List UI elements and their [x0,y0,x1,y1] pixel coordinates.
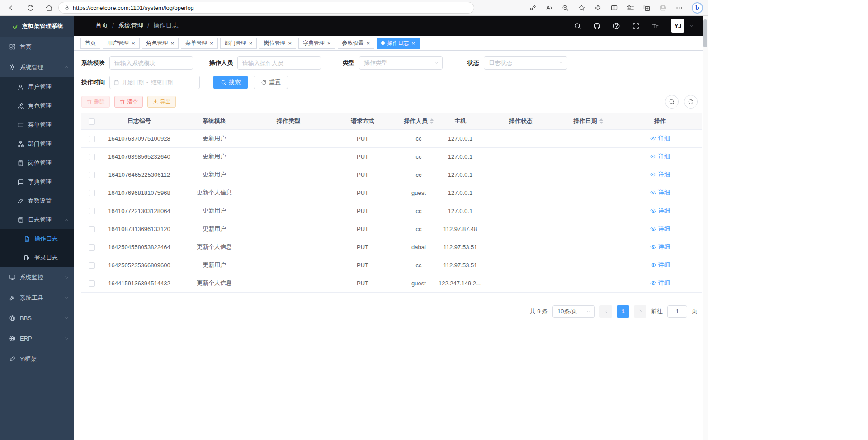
close-tab-icon[interactable]: × [327,40,331,46]
tab-home[interactable]: 首页 [80,38,100,49]
sidebar-item-bbs[interactable]: BBS [0,308,74,328]
search-button[interactable]: 搜索 [213,76,248,89]
tab-dict-management[interactable]: 字典管理× [298,38,335,49]
close-tab-icon[interactable]: × [411,40,415,46]
clear-button[interactable]: 清空 [114,96,143,108]
tab-role-management[interactable]: 角色管理× [142,38,179,49]
close-tab-icon[interactable]: × [132,40,135,46]
column-header-operator[interactable]: 操作人员 [401,113,437,129]
detail-link[interactable]: 详细 [650,170,670,179]
settings-more-icon[interactable] [675,4,683,12]
favorites-bar-icon[interactable] [627,4,634,12]
detail-link[interactable]: 详细 [650,207,670,215]
row-checkbox[interactable] [89,244,95,251]
sidebar-item-erp[interactable]: ERP [0,328,74,349]
detail-link[interactable]: 详细 [650,261,670,269]
font-size-icon[interactable] [651,22,659,30]
zoom-out-icon[interactable] [561,4,569,12]
hamburger-icon[interactable] [80,22,88,30]
detail-link[interactable]: 详细 [650,279,670,287]
row-checkbox[interactable] [89,172,95,178]
row-checkbox[interactable] [89,226,95,232]
sidebar-item-log-management[interactable]: 日志管理 [0,210,74,229]
fullscreen-icon[interactable] [632,22,640,30]
close-tab-icon[interactable]: × [367,40,370,46]
row-checkbox[interactable] [89,190,95,196]
sidebar-item-system-tools[interactable]: 系统工具 [0,288,74,308]
tab-param-settings[interactable]: 参数设置× [338,38,375,49]
goto-page-input[interactable] [667,305,687,318]
refresh-table-button[interactable] [684,95,698,109]
row-checkbox[interactable] [89,154,95,160]
user-avatar[interactable]: YJ [671,19,684,33]
type-select[interactable]: 操作类型 [359,56,443,70]
detail-link[interactable]: 详细 [650,225,670,233]
home-icon[interactable] [45,4,53,12]
page-1-button[interactable]: 1 [617,305,629,318]
breadcrumb-item[interactable]: 首页 [95,22,108,30]
status-select[interactable]: 日志状态 [484,56,567,70]
delete-button[interactable]: 删除 [81,96,110,108]
close-tab-icon[interactable]: × [288,40,292,46]
tab-user-management[interactable]: 用户管理× [103,38,140,49]
split-screen-icon[interactable] [610,4,618,12]
address-bar[interactable]: https://ccnetcore.com:1101/system/log/op… [58,2,474,14]
module-input[interactable] [109,56,193,70]
sidebar-item-system-management[interactable]: 系统管理 [0,57,74,77]
scrollbar-thumb[interactable] [703,19,707,47]
prev-page-button[interactable] [599,305,612,318]
row-checkbox[interactable] [89,136,95,142]
date-range-picker[interactable]: 开始日期 - 结束日期 [109,76,200,89]
github-icon[interactable] [593,22,601,30]
sort-icon[interactable] [599,118,603,124]
detail-link[interactable]: 详细 [650,243,670,251]
reset-button[interactable]: 重置 [254,76,288,89]
row-checkbox[interactable] [89,280,95,287]
sidebar-item-user-management[interactable]: 用户管理 [0,77,74,96]
sidebar-item-menu-management[interactable]: 菜单管理 [0,115,74,134]
toggle-search-button[interactable] [665,95,679,109]
detail-link[interactable]: 详细 [650,189,670,197]
bing-copilot-icon[interactable]: b [692,2,703,14]
sidebar-item-role-management[interactable]: 角色管理 [0,96,74,115]
close-tab-icon[interactable]: × [210,40,213,46]
close-tab-icon[interactable]: × [249,40,253,46]
browser-profile-icon[interactable] [659,4,667,12]
sidebar-item-home[interactable]: 首页 [0,37,74,57]
caret-down-icon[interactable] [689,24,694,28]
sidebar-item-operation-log[interactable]: 操作日志 [0,229,74,248]
read-aloud-icon[interactable] [545,4,553,12]
tab-menu-management[interactable]: 菜单管理× [181,38,218,49]
collections-icon[interactable] [643,4,651,12]
sidebar-item-login-log[interactable]: 登录日志 [0,248,74,267]
operator-input[interactable] [237,56,321,70]
tab-dept-management[interactable]: 部门管理× [220,38,257,49]
tab-post-management[interactable]: 岗位管理× [259,38,296,49]
back-icon[interactable] [8,4,16,12]
breadcrumb-item[interactable]: 系统管理 [118,22,143,30]
sidebar-item-dict-management[interactable]: 字典管理 [0,172,74,191]
search-icon[interactable] [574,22,581,30]
sidebar-item-param-settings[interactable]: 参数设置 [0,191,74,210]
sidebar-item-yi-framework[interactable]: Yi框架 [0,349,74,369]
select-all-checkbox[interactable] [89,118,95,125]
help-icon[interactable] [613,22,620,30]
password-key-icon[interactable] [529,4,537,12]
row-checkbox[interactable] [89,262,95,269]
page-size-select[interactable]: 10条/页 [552,305,595,318]
row-checkbox[interactable] [89,208,95,214]
page-scrollbar[interactable] [703,16,708,440]
export-button[interactable]: 导出 [147,96,176,108]
sidebar-item-system-monitor[interactable]: 系统监控 [0,267,74,288]
sidebar-item-post-management[interactable]: 岗位管理 [0,153,74,172]
favorites-add-icon[interactable] [578,4,585,12]
detail-link[interactable]: 详细 [650,152,670,161]
close-tab-icon[interactable]: × [171,40,175,46]
sort-icon[interactable] [430,118,434,124]
tab-operation-log[interactable]: 操作日志× [377,38,420,49]
sidebar-item-dept-management[interactable]: 部门管理 [0,134,74,153]
refresh-page-icon[interactable] [27,4,34,12]
browser-essentials-icon[interactable] [594,4,602,12]
detail-link[interactable]: 详细 [650,134,670,142]
next-page-button[interactable] [634,305,646,318]
